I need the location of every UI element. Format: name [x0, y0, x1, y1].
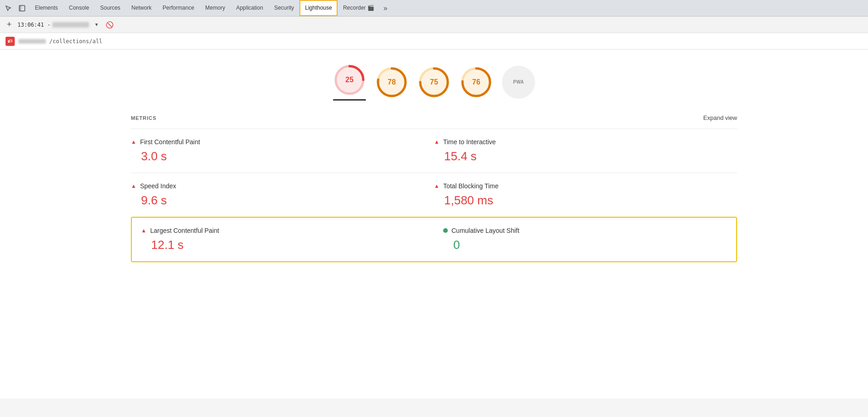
- scores-row: 25 78 75: [0, 50, 868, 105]
- good-icon-cls: [443, 228, 448, 233]
- timestamp-display: 13:06:41 - ▼ 🚫: [17, 19, 115, 30]
- highlighted-metrics-row: ▲ Largest Contentful Paint 12.1 s Cumula…: [131, 217, 737, 262]
- blurred-url-snippet: [52, 22, 89, 28]
- score-circle-76: 76: [460, 66, 493, 99]
- more-tabs-button[interactable]: »: [380, 0, 391, 16]
- tab-recorder[interactable]: Recorder 🎬: [338, 0, 380, 16]
- metrics-grid: ▲ First Contentful Paint 3.0 s ▲ Time to…: [131, 129, 737, 262]
- score-value-78: 78: [388, 78, 396, 86]
- metric-fcp-label: First Contentful Paint: [140, 138, 200, 146]
- score-seo[interactable]: 76: [460, 66, 493, 99]
- tab-memory[interactable]: Memory: [200, 0, 231, 16]
- favicon: 🏷: [6, 37, 15, 46]
- pwa-circle: PWA: [502, 66, 535, 99]
- metric-si-name-row: ▲ Speed Index: [131, 182, 416, 190]
- metric-fcp-value: 3.0 s: [131, 149, 416, 163]
- metric-tbt-value: 1,580 ms: [434, 193, 719, 208]
- tab-application[interactable]: Application: [231, 0, 269, 16]
- metrics-title: METRICS: [131, 115, 157, 121]
- tab-performance[interactable]: Performance: [157, 0, 200, 16]
- no-entry-icon[interactable]: 🚫: [104, 19, 115, 30]
- metric-tbt: ▲ Total Blocking Time 1,580 ms: [434, 173, 737, 217]
- metric-lcp-name-row: ▲ Largest Contentful Paint: [141, 227, 416, 234]
- metric-tbt-label: Total Blocking Time: [443, 182, 499, 190]
- metric-si-value: 9.6 s: [131, 193, 416, 208]
- metric-tti-name-row: ▲ Time to Interactive: [434, 138, 719, 146]
- score-circle-78: 78: [375, 66, 408, 99]
- metric-tti-label: Time to Interactive: [443, 138, 496, 146]
- warning-icon-tti: ▲: [434, 139, 440, 145]
- tab-security[interactable]: Security: [269, 0, 299, 16]
- expand-view-button[interactable]: Expand view: [703, 114, 737, 121]
- score-circle-75: 75: [417, 66, 451, 99]
- score-accessibility[interactable]: 78: [375, 66, 408, 99]
- metric-tbt-name-row: ▲ Total Blocking Time: [434, 182, 719, 190]
- lighthouse-panel: 25 78 75: [0, 50, 868, 399]
- metric-lcp: ▲ Largest Contentful Paint 12.1 s: [132, 218, 434, 261]
- metric-tti: ▲ Time to Interactive 15.4 s: [434, 129, 737, 173]
- metric-lcp-label: Largest Contentful Paint: [150, 227, 219, 234]
- tab-elements[interactable]: Elements: [29, 0, 63, 16]
- metric-cls-name-row: Cumulative Layout Shift: [443, 227, 718, 234]
- dropdown-arrow[interactable]: ▼: [91, 19, 102, 30]
- score-pwa[interactable]: PWA: [502, 66, 535, 99]
- metric-fcp-name-row: ▲ First Contentful Paint: [131, 138, 416, 146]
- warning-icon-lcp: ▲: [141, 227, 147, 234]
- metric-tti-value: 15.4 s: [434, 149, 719, 163]
- metric-fcp: ▲ First Contentful Paint 3.0 s: [131, 129, 434, 173]
- metric-cls: Cumulative Layout Shift 0: [434, 218, 736, 261]
- metrics-section: METRICS Expand view ▲ First Contentful P…: [113, 105, 755, 271]
- score-circle-25: 25: [333, 63, 366, 96]
- score-value-75: 75: [430, 78, 438, 86]
- metric-cls-value: 0: [443, 238, 718, 252]
- add-button[interactable]: +: [4, 19, 15, 30]
- devtools-tab-bar: Elements Console Sources Network Perform…: [0, 0, 868, 17]
- metrics-header: METRICS Expand view: [131, 114, 737, 121]
- warning-icon-fcp: ▲: [131, 139, 136, 145]
- svg-rect-1: [19, 6, 21, 11]
- url-bar: 🏷 /collections/all: [0, 33, 868, 50]
- tab-console[interactable]: Console: [63, 0, 95, 16]
- toolbar-row: + 13:06:41 - ▼ 🚫: [0, 17, 868, 33]
- url-domain-blurred: [18, 39, 46, 44]
- active-score-indicator: [333, 99, 366, 101]
- warning-icon-tbt: ▲: [434, 183, 440, 189]
- tab-sources[interactable]: Sources: [95, 0, 126, 16]
- tab-network[interactable]: Network: [126, 0, 157, 16]
- metric-si-label: Speed Index: [140, 182, 176, 190]
- cursor-icon[interactable]: [2, 2, 15, 15]
- metric-cls-label: Cumulative Layout Shift: [451, 227, 519, 234]
- tab-list: Elements Console Sources Network Perform…: [29, 0, 866, 16]
- url-path: /collections/all: [49, 38, 102, 45]
- score-value-76: 76: [472, 78, 480, 86]
- score-best-practices[interactable]: 75: [417, 66, 451, 99]
- warning-icon-si: ▲: [131, 183, 136, 189]
- metric-lcp-value: 12.1 s: [141, 238, 416, 252]
- toggle-panel-icon[interactable]: [16, 2, 28, 15]
- tab-lighthouse[interactable]: Lighthouse: [299, 0, 338, 16]
- score-performance[interactable]: 25: [333, 63, 366, 101]
- metric-si: ▲ Speed Index 9.6 s: [131, 173, 434, 217]
- score-value-25: 25: [345, 76, 354, 84]
